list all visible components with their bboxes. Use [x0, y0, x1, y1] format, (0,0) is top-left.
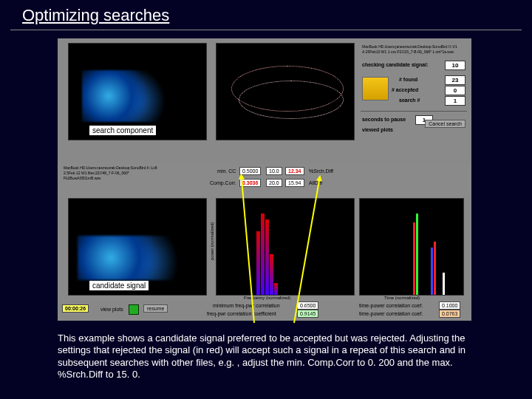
accepted-label: # accepted [392, 87, 418, 92]
inset-label-top: search component [89, 126, 156, 135]
resume-button[interactable]: resume [143, 304, 168, 313]
check-icon[interactable] [129, 304, 139, 315]
srchdiff-value: 12.34 [285, 167, 304, 175]
timepwr-v2: 0.0763 [439, 310, 460, 318]
spike [431, 248, 433, 295]
compcorr-label: Comp.Corr. [210, 180, 236, 185]
page-title: Optimizing searches [22, 6, 169, 25]
alldiff-value: 15.94 [285, 179, 304, 187]
divider [361, 111, 467, 112]
searchnum-label: search # [399, 98, 420, 103]
hist-bar [261, 214, 265, 295]
spectrogram-blob [78, 236, 188, 280]
min-freqpwr-value: 0.6500 [297, 301, 318, 310]
path2: 2.5Feb.12 W1 files:22O48_7-F-06_060* [64, 171, 129, 175]
val-10: 10.0 [266, 167, 282, 175]
hist-bar [256, 231, 260, 295]
divider [10, 30, 522, 30]
found-value: 23 [445, 75, 466, 85]
freqpwr-coef-value: 0.9145 [297, 310, 318, 318]
spike [434, 242, 436, 295]
plot-search-spectrogram: search component [68, 43, 207, 140]
spike [416, 214, 418, 295]
val-20: 20.0 [266, 179, 282, 187]
path-r1: MacBook HD:Users:janeszwozak:Desktop:Son… [362, 44, 457, 49]
plot-candidate-spectrogram: candidate signal [68, 198, 207, 296]
freqpwr-coef-label: freq-pwr correlation coefficient [207, 311, 276, 316]
min-freqpwr-label: minimum freq-pwr correlation [213, 303, 280, 308]
viewed-label: viewed plots [362, 127, 393, 132]
plot-freq-histogram [216, 198, 355, 296]
found-label: # found [399, 77, 417, 82]
timepwr-l1: time-power correlation coef. [359, 303, 423, 308]
plot-time-power [359, 198, 464, 296]
ylabel-pwr: power (normalized) [210, 222, 214, 260]
caption-text: This example shows a candidate signal pr… [58, 332, 474, 381]
elapsed-time: 00:00:26 [62, 304, 89, 313]
bottom-controls: 00:00:26 view plots resume minimum freq-… [58, 301, 471, 319]
xlabel-time: Time (normalized) [384, 296, 420, 300]
checking-label: checking candidate signal: [362, 62, 428, 67]
timepwr-l2: time-power correlation coef. [359, 311, 423, 316]
bird-icon [362, 77, 389, 100]
srchdiff-label: %Srch.Diff [309, 168, 333, 174]
path3: Fb2BowA0501mB.wav [64, 176, 101, 180]
screenshot-panel: search component MacBook HD:Users:janesz… [58, 38, 471, 321]
mid-info-bar: MacBook HD:Users:ceszwozak:Desktop:SonoB… [58, 164, 471, 198]
plot-top-center [216, 43, 355, 140]
min-cc-label: min. CC [217, 168, 236, 174]
hist-bar [274, 283, 278, 295]
checking-value: 10 [445, 61, 466, 70]
viewplots-label: view plots [100, 307, 123, 312]
inset-label-bottom: candidate signal [89, 281, 149, 290]
right-info-panel: MacBook HD:Users:janeszwozak:Desktop:Son… [359, 43, 468, 160]
path-r2: A:25Feb10 W1 1.csv:F2O15_7-B-06_068* 1:s… [362, 50, 454, 54]
seconds-label: seconds to pause [362, 117, 406, 122]
spectrogram-blob [82, 70, 171, 122]
timepwr-v1: 0.1000 [439, 301, 460, 310]
spike [413, 222, 415, 295]
searchnum-value: 1 [445, 96, 466, 106]
trace-2 [239, 81, 344, 119]
hist-bar [265, 219, 269, 295]
hist-bar [270, 254, 273, 295]
accepted-value: 0 [445, 86, 466, 95]
spike [443, 273, 445, 295]
cancel-search-button[interactable]: Cancel search [425, 120, 466, 128]
path1: MacBook HD:Users:ceszwozak:Desktop:SonoB… [64, 166, 157, 170]
